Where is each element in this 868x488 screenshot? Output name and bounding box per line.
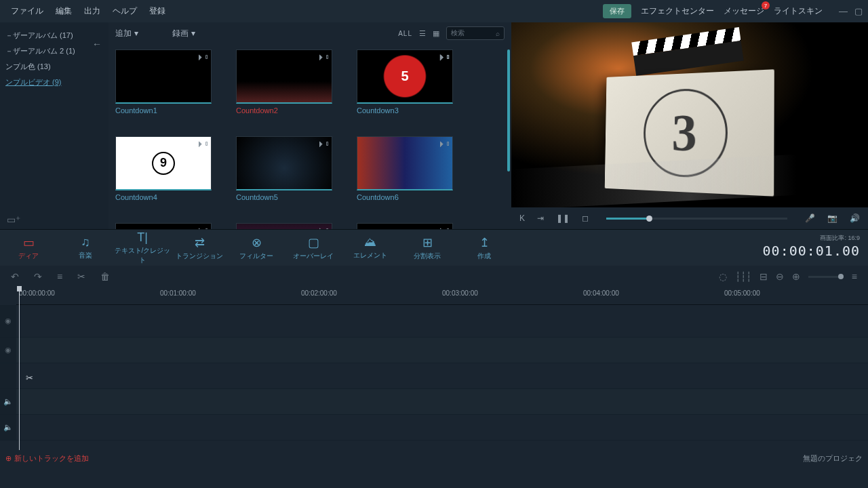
speaker-icon[interactable]: 🔈 — [3, 397, 13, 406]
plus-icon: ⊕ — [5, 454, 12, 463]
progress-bar[interactable] — [606, 218, 787, 220]
music-icon: ♫ — [57, 235, 114, 249]
next-frame-icon[interactable]: ⇥ — [537, 214, 544, 223]
ruler-tick: 00:03:00:00 — [442, 289, 478, 297]
media-label: Countdown4 — [115, 193, 233, 201]
record-button[interactable]: 録画 ▾ — [172, 28, 195, 39]
ruler-tick: 00:02:00:00 — [301, 289, 337, 297]
text-icon: T| — [114, 230, 171, 245]
ruler-tick: 00:05:00:00 — [724, 289, 760, 297]
message-badge: 7 — [762, 1, 770, 9]
eye-icon[interactable]: ◉ — [5, 317, 12, 325]
scissors-icon[interactable]: ✂ — [26, 373, 868, 383]
top-menu-bar: ファイル 編集 出力 ヘルプ 登録 保存 エフェクトセンター メッセージ 7 ラ… — [0, 0, 868, 22]
volume-icon[interactable]: 🔊 — [850, 214, 860, 223]
tab-filter[interactable]: ⊗フィルター — [228, 235, 285, 261]
video-icon: ⏵▯ — [317, 52, 330, 62]
message-link[interactable]: メッセージ 7 — [724, 5, 764, 17]
preview-viewport[interactable]: 3 — [511, 22, 868, 207]
effect-center-link[interactable]: エフェクトセンター — [641, 5, 714, 17]
list-icon[interactable]: ≡ — [57, 271, 62, 282]
edit-track[interactable]: ✂ — [0, 363, 868, 389]
add-track-button[interactable]: ⊕新しいトラックを追加 — [5, 453, 89, 464]
menu-output[interactable]: 出力 — [84, 5, 100, 17]
search-input[interactable]: 検索 ⌕ — [446, 26, 505, 40]
video-track-1[interactable]: ◉ — [0, 305, 868, 338]
tab-create[interactable]: ↥作成 — [456, 235, 513, 261]
pause-icon[interactable]: ❚❚ — [556, 214, 570, 223]
scrollbar[interactable] — [507, 49, 510, 171]
stop-icon[interactable]: ◻ — [582, 214, 589, 223]
audio-track-2[interactable]: 🔈 — [0, 415, 868, 441]
video-track-2[interactable]: ◉ — [0, 338, 868, 363]
timecode-display: 00:00:01.00 — [763, 243, 860, 259]
media-item[interactable]: 5⏵▯ Countdown3 — [357, 49, 475, 115]
menu-help[interactable]: ヘルプ — [113, 5, 137, 17]
snapshot-icon[interactable]: 📷 — [827, 214, 837, 223]
video-icon: ⏵▯ — [438, 139, 450, 148]
add-media-button[interactable]: 追加 ▾ — [115, 28, 138, 39]
timeline-ruler[interactable]: 00:00:00:00 00:01:00:00 00:02:00:00 00:0… — [16, 287, 868, 305]
tab-music[interactable]: ♫音楽 — [57, 235, 114, 260]
export-icon: ↥ — [456, 235, 513, 250]
playhead[interactable] — [19, 287, 20, 450]
delete-icon[interactable]: 🗑 — [100, 271, 110, 282]
maximize-icon[interactable]: ▢ — [854, 6, 863, 16]
speaker-icon[interactable]: 🔈 — [3, 423, 13, 432]
slate-number: 3 — [671, 102, 697, 163]
zoom-slider[interactable] — [808, 276, 844, 278]
cut-icon[interactable]: ✂ — [77, 271, 85, 282]
media-label: Countdown1 — [115, 106, 233, 115]
tab-overlay[interactable]: ▢オーバーレイ — [285, 235, 342, 261]
media-item[interactable]: ⏵▯ Countdown2 — [236, 49, 354, 115]
tab-split[interactable]: ⊞分割表示 — [399, 235, 456, 261]
eye-icon[interactable]: ◉ — [5, 346, 12, 354]
search-placeholder: 検索 — [451, 28, 465, 38]
menu-edit[interactable]: 編集 — [56, 5, 72, 17]
media-item[interactable]: ⏵▯ Countdown1 — [115, 49, 233, 115]
menu-file[interactable]: ファイル — [11, 5, 43, 17]
save-button[interactable]: 保存 — [603, 4, 631, 18]
mic-icon[interactable]: 🎤 — [805, 214, 815, 223]
video-icon: ⏵▯ — [197, 52, 209, 62]
media-item[interactable]: ⏵▯ Countdown6 — [357, 136, 475, 201]
render-icon[interactable]: ◌ — [719, 271, 727, 282]
tab-text[interactable]: T|テキスト/クレジット — [114, 230, 171, 265]
settings-icon[interactable]: ≡ — [852, 271, 857, 282]
menu-register[interactable]: 登録 — [149, 5, 165, 17]
media-item[interactable]: ⏵▯ — [236, 223, 354, 229]
ruler-tick: 00:04:00:00 — [583, 289, 619, 297]
tab-transition[interactable]: ⇄トランジション — [171, 235, 228, 261]
ruler-tick: 00:00:00:00 — [19, 289, 55, 297]
media-panel: 追加 ▾ 録画 ▾ ALL ☰ ▦ 検索 ⌕ ⏵▯ Countdown1 ⏵▯ … — [108, 22, 511, 229]
prev-frame-icon[interactable]: K — [519, 214, 525, 223]
zoom-out-icon[interactable]: ⊖ — [776, 271, 784, 282]
video-icon: ⏵▯ — [438, 52, 450, 62]
media-item[interactable]: 9⏵▯ Countdown4 — [115, 136, 233, 201]
media-label: Countdown3 — [357, 106, 475, 115]
sidebar-item-samplevideo[interactable]: ンプルビデオ (9) — [0, 75, 108, 90]
tab-element[interactable]: ⛰エレメント — [342, 235, 399, 260]
media-label: Countdown5 — [236, 193, 354, 201]
grid-view-icon[interactable]: ▦ — [433, 29, 439, 38]
minimize-icon[interactable]: — — [839, 6, 848, 16]
split-icon: ⊞ — [399, 235, 456, 250]
light-skin-toggle[interactable]: ライトスキン — [774, 5, 823, 17]
sidebar-item-samplecolor[interactable]: ンプル色 (13) — [0, 59, 108, 75]
media-label: Countdown6 — [357, 193, 475, 201]
mixer-icon[interactable]: ┆┆┆ — [735, 271, 751, 282]
tab-media[interactable]: ▭ディア — [0, 235, 57, 261]
new-folder-icon[interactable]: ▭⁺ — [7, 214, 20, 225]
redo-icon[interactable]: ↷ — [34, 271, 42, 282]
audio-track-1[interactable]: 🔈 — [0, 389, 868, 415]
media-item[interactable]: ⏵▯ — [115, 223, 233, 229]
marker-icon[interactable]: ⊟ — [760, 271, 768, 282]
media-item[interactable]: ⏵▯ Countdown5 — [236, 136, 354, 201]
media-item[interactable]: ⏵▯ — [357, 223, 475, 229]
undo-icon[interactable]: ↶ — [11, 271, 19, 282]
filter-all-label[interactable]: ALL — [398, 30, 412, 37]
back-arrow-icon[interactable]: ← — [92, 39, 102, 49]
zoom-in-icon[interactable]: ⊕ — [792, 271, 800, 282]
list-view-icon[interactable]: ☰ — [419, 29, 426, 38]
album-sidebar: －ザーアルバム (17) －ザーアルバム 2 (1) ンプル色 (13) ンプル… — [0, 22, 108, 229]
